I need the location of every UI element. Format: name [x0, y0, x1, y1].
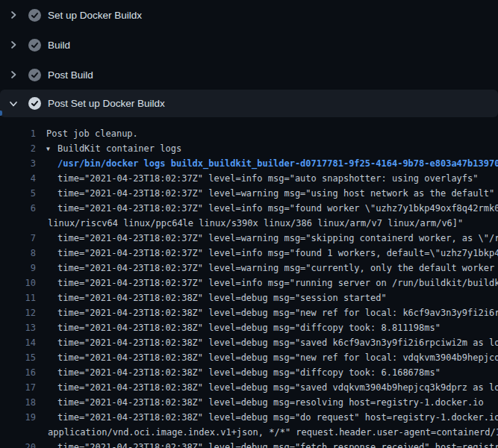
log-line: 8 ▼time="2021-04-23T18:02:37Z" level=inf…	[0, 246, 498, 261]
step-header-set-up-docker-buildx[interactable]: Set up Docker Buildx	[0, 0, 498, 30]
log-line-body: ▼linux/riscv64 linux/ppc64le linux/s390x…	[36, 216, 463, 231]
log-line-number[interactable]: 14	[0, 335, 36, 350]
log-line-body: ▼time="2021-04-23T18:02:38Z" level=debug…	[36, 410, 498, 425]
step-title: Post Set up Docker Buildx	[48, 98, 165, 109]
log-line-number[interactable]: 10	[0, 276, 36, 290]
chevron-down-icon[interactable]	[7, 98, 19, 110]
log-line-number[interactable]: 18	[0, 395, 36, 410]
log-line-text: time="2021-04-23T18:02:37Z" level=info m…	[57, 248, 498, 258]
log-line-body: ▼time="2021-04-23T18:02:38Z" level=debug…	[36, 305, 498, 320]
log-line-body: ▼time="2021-04-23T18:02:38Z" level=debug…	[36, 290, 387, 305]
log-line-number[interactable]: 13	[0, 320, 36, 335]
log-line-body: ▼time="2021-04-23T18:02:37Z" level=info …	[36, 276, 498, 290]
log-line: ▼linux/riscv64 linux/ppc64le linux/s390x…	[0, 216, 498, 231]
log-line-text: time="2021-04-23T18:02:38Z" level=debug …	[57, 442, 498, 448]
log-line-body: ▼time="2021-04-23T18:02:38Z" level=debug…	[36, 395, 484, 410]
log-line: ▼application/vnd.oci.image.index.v1+json…	[0, 425, 498, 440]
log-line-number[interactable]: 6	[0, 201, 36, 216]
log-line-text: time="2021-04-23T18:02:38Z" level=debug …	[57, 337, 498, 348]
log-line-text: Post job cleanup.	[46, 128, 138, 139]
log-line-text: time="2021-04-23T18:02:37Z" level=info m…	[57, 173, 479, 184]
log-line: 20 ▼time="2021-04-23T18:02:38Z" level=de…	[0, 440, 498, 448]
log-line-number[interactable]	[0, 425, 36, 440]
log-line-text: /usr/bin/docker logs buildx_buildkit_bui…	[57, 158, 498, 169]
log-line-body: ▼time="2021-04-23T18:02:37Z" level=warni…	[36, 231, 498, 246]
log-line-body: ▼time="2021-04-23T18:02:37Z" level=warni…	[36, 186, 494, 201]
log-group-toggle-icon[interactable]: ▼	[46, 142, 57, 156]
log-line: 18 ▼time="2021-04-23T18:02:38Z" level=de…	[0, 395, 498, 410]
log-line-body: ▼BuildKit container logs	[36, 141, 181, 156]
log-line-number[interactable]: 19	[0, 410, 36, 425]
chevron-right-icon[interactable]	[7, 39, 19, 51]
log-line-number[interactable]: 12	[0, 305, 36, 320]
log-line-number[interactable]: 8	[0, 246, 36, 261]
steps-panel: Set up Docker Buildx Build	[0, 0, 498, 117]
log-line-body: ▼time="2021-04-23T18:02:38Z" level=debug…	[36, 320, 441, 335]
focus-indicator	[0, 111, 2, 116]
status-check-icon	[28, 69, 41, 81]
step-header-build[interactable]: Build	[0, 30, 498, 60]
log-line-body: ▼time="2021-04-23T18:02:37Z" level=info …	[36, 246, 498, 261]
log-line: 19 ▼time="2021-04-23T18:02:38Z" level=de…	[0, 410, 498, 425]
log-line-number[interactable]: 5	[0, 186, 36, 201]
log-line: 4 ▼time="2021-04-23T18:02:37Z" level=inf…	[0, 171, 498, 186]
log-line-text: time="2021-04-23T18:02:37Z" level=warnin…	[57, 263, 498, 273]
log-line-text: time="2021-04-23T18:02:38Z" level=debug …	[57, 308, 498, 318]
log-line-number[interactable]: 4	[0, 171, 36, 186]
step-header-post-build[interactable]: Post Build	[0, 60, 498, 90]
log-line-text: time="2021-04-23T18:02:38Z" level=debug …	[57, 382, 498, 393]
step-title: Post Build	[48, 69, 93, 81]
log-line-body: ▼time="2021-04-23T18:02:38Z" level=debug…	[36, 380, 498, 395]
log-line: 1 ▼Post job cleanup.	[0, 126, 498, 141]
log-panel: 1 ▼Post job cleanup. 2 ▼BuildKit contain…	[0, 119, 498, 448]
log-line: 17 ▼time="2021-04-23T18:02:38Z" level=de…	[0, 380, 498, 395]
log-line-body: ▼time="2021-04-23T18:02:38Z" level=debug…	[36, 440, 498, 448]
log-line-body: ▼time="2021-04-23T18:02:38Z" level=debug…	[36, 335, 498, 350]
log-line-text: time="2021-04-23T18:02:38Z" level=debug …	[57, 323, 441, 333]
log-line-number[interactable]: 1	[0, 126, 36, 141]
log-line-body: ▼application/vnd.oci.image.index.v1+json…	[36, 425, 498, 440]
log-line: 14 ▼time="2021-04-23T18:02:38Z" level=de…	[0, 335, 498, 350]
log-line-body: ▼Post job cleanup.	[36, 126, 138, 141]
log-line-body: ▼time="2021-04-23T18:02:37Z" level=info …	[36, 201, 498, 216]
log-line: 16 ▼time="2021-04-23T18:02:38Z" level=de…	[0, 365, 498, 380]
log-line-number[interactable]: 3	[0, 156, 36, 171]
chevron-right-icon[interactable]	[7, 9, 19, 21]
chevron-right-icon[interactable]	[7, 69, 19, 81]
log-line-number[interactable]: 20	[0, 440, 36, 448]
log-line-number[interactable]: 17	[0, 380, 36, 395]
log-line: 6 ▼time="2021-04-23T18:02:37Z" level=inf…	[0, 201, 498, 216]
log-line-number[interactable]: 16	[0, 365, 36, 380]
step-title: Build	[48, 40, 70, 51]
log-line: 7 ▼time="2021-04-23T18:02:37Z" level=war…	[0, 231, 498, 246]
status-check-icon	[28, 39, 41, 52]
log-line-number[interactable]	[0, 216, 36, 231]
log-line-text: time="2021-04-23T18:02:38Z" level=debug …	[57, 293, 387, 303]
log-line-text: time="2021-04-23T18:02:38Z" level=debug …	[57, 412, 498, 423]
log-line-body: ▼time="2021-04-23T18:02:38Z" level=debug…	[36, 365, 441, 380]
log-line-text: time="2021-04-23T18:02:37Z" level=warnin…	[57, 233, 498, 243]
log-line-number[interactable]: 9	[0, 261, 36, 276]
step-header-post-set-up-docker-buildx[interactable]: Post Set up Docker Buildx	[0, 90, 498, 117]
log-line: 2 ▼BuildKit container logs	[0, 141, 498, 156]
log-line: 10 ▼time="2021-04-23T18:02:37Z" level=in…	[0, 276, 498, 290]
log-line: 12 ▼time="2021-04-23T18:02:38Z" level=de…	[0, 305, 498, 320]
log-line-text: BuildKit container logs	[57, 143, 181, 154]
status-check-icon	[28, 9, 41, 22]
log-line: 13 ▼time="2021-04-23T18:02:38Z" level=de…	[0, 320, 498, 335]
log-line: 3 ▼/usr/bin/docker logs buildx_buildkit_…	[0, 156, 498, 171]
log-line-text: time="2021-04-23T18:02:38Z" level=debug …	[57, 367, 441, 378]
log-line-number[interactable]: 15	[0, 350, 36, 365]
log-line-text: time="2021-04-23T18:02:37Z" level=warnin…	[57, 188, 494, 199]
log-line-number[interactable]: 7	[0, 231, 36, 246]
log-line-body: ▼time="2021-04-23T18:02:37Z" level=info …	[36, 171, 479, 186]
log-line-text: linux/riscv64 linux/ppc64le linux/s390x …	[48, 218, 463, 228]
log-line-text: time="2021-04-23T18:02:38Z" level=debug …	[57, 397, 484, 408]
status-check-icon	[28, 97, 41, 110]
log-line-number[interactable]: 11	[0, 290, 36, 305]
log-line-number[interactable]: 2	[0, 141, 36, 156]
log-line-body: ▼/usr/bin/docker logs buildx_buildkit_bu…	[36, 156, 498, 171]
log-line-text: time="2021-04-23T18:02:38Z" level=debug …	[57, 352, 498, 363]
log-line-body: ▼time="2021-04-23T18:02:37Z" level=warni…	[36, 261, 498, 276]
log-line: 15 ▼time="2021-04-23T18:02:38Z" level=de…	[0, 350, 498, 365]
